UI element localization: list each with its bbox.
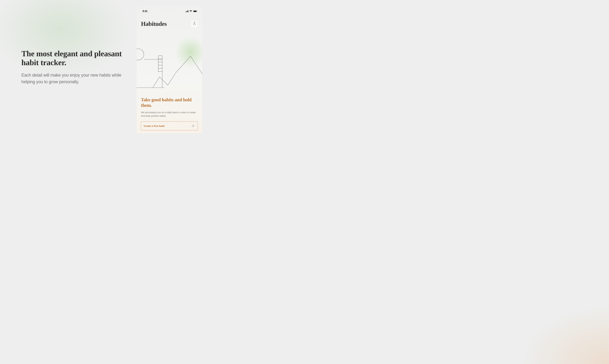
create-first-habit-button[interactable]: Create a first habit	[141, 121, 198, 130]
svg-rect-0	[185, 12, 186, 12]
cta-label: Create a first habit	[144, 125, 165, 127]
svg-rect-3	[188, 10, 188, 12]
status-icons	[185, 10, 198, 12]
onboarding-block: Take good habits and hold them. We accom…	[141, 97, 198, 130]
svg-rect-6	[197, 11, 197, 12]
svg-point-7	[194, 22, 195, 23]
svg-rect-2	[187, 11, 188, 12]
onboarding-title: Take good habits and hold them.	[141, 97, 198, 108]
marketing-subcopy: Each detail will make you enjoy your new…	[21, 72, 123, 85]
app-title: Habitudes	[141, 20, 167, 27]
status-bar: 9:41	[137, 6, 202, 13]
plus-icon	[191, 124, 195, 128]
settings-sliders-icon	[193, 22, 196, 26]
svg-rect-5	[194, 11, 197, 12]
battery-full-icon	[193, 10, 198, 12]
svg-rect-1	[186, 11, 187, 12]
cellular-signal-icon	[185, 10, 188, 12]
phone-mockup: 9:41	[137, 6, 202, 133]
marketing-headline: The most elegant and pleasant habit trac…	[21, 49, 123, 67]
marketing-copy: The most elegant and pleasant habit trac…	[21, 49, 123, 85]
app-header: Habitudes	[137, 13, 202, 27]
settings-button[interactable]	[191, 20, 198, 27]
status-time: 9:41	[143, 10, 147, 13]
onboarding-illustration	[137, 44, 202, 90]
svg-point-12	[137, 49, 144, 60]
onboarding-body: We accompany you on a daily basis in ord…	[141, 111, 198, 118]
wifi-icon	[189, 10, 192, 12]
